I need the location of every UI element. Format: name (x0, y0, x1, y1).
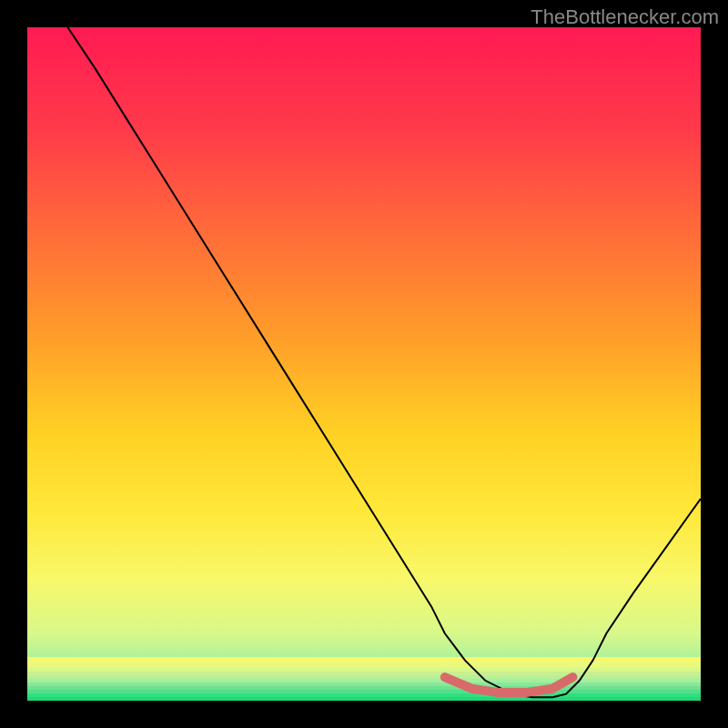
svg-rect-1 (27, 661, 701, 664)
svg-rect-3 (27, 668, 701, 672)
gradient-background (27, 27, 701, 701)
svg-rect-8 (27, 686, 701, 690)
svg-rect-2 (27, 664, 701, 668)
svg-rect-6 (27, 679, 701, 682)
bottom-stripes (27, 657, 701, 701)
svg-rect-0 (27, 657, 701, 661)
watermark-text: TheBottlenecker.com (531, 5, 719, 29)
svg-rect-5 (27, 675, 701, 679)
chart-svg (27, 27, 701, 701)
svg-rect-10 (27, 693, 701, 697)
svg-rect-4 (27, 672, 701, 675)
svg-rect-9 (27, 690, 701, 693)
plot-area (27, 27, 701, 701)
svg-rect-11 (27, 697, 701, 701)
svg-rect-7 (27, 682, 701, 686)
